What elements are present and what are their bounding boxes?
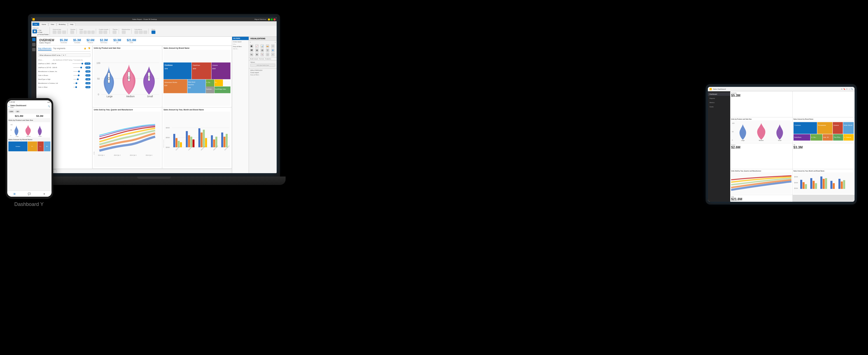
phone-app-title: Sales Dashboard [10,105,26,107]
svg-rect-74 [198,128,200,147]
viz-icon-r[interactable]: R [271,49,275,52]
phone-violin-svg: 0 50 100 Large Medium Small [9,123,50,137]
new-page-button[interactable] [80,31,83,34]
minimize-button[interactable] [268,19,270,21]
viz-icon-line[interactable]: 📈 [255,44,259,48]
ribbon-tab-view[interactable]: View [49,23,56,26]
filters-content: Cross-report Off ● Keep all filters Add … [232,40,249,51]
buttons-button[interactable] [87,31,91,34]
from-marketplace-button[interactable] [99,31,103,34]
ask-question-button[interactable] [84,31,87,34]
phone-back-icon[interactable]: ‹ [8,105,9,108]
viz-icon-slicer[interactable]: ⧉ [255,53,259,56]
switch-theme-button[interactable] [113,31,117,34]
format-painter-button[interactable]: 🖌 Format Painter [37,34,49,35]
svg-point-11 [75,82,77,84]
ki-thumb-up[interactable]: 👍 [84,47,86,51]
metric-canada: $5.3M Canada [73,39,81,43]
enter-data-button[interactable] [62,31,66,34]
svg-text:Adventure Works: Adventure Works [164,82,177,83]
ki-filter-row[interactable]: What influences NSAT to be 7 ▾ ? [38,53,90,57]
viz-icon-kpi[interactable]: ↑ [271,53,275,56]
publish-button[interactable] [152,31,155,34]
recent-sources-button[interactable] [57,31,61,34]
viz-icon-bar[interactable]: ▦ [250,44,253,48]
copy-button[interactable]: ⧉ Copy [37,31,49,33]
cut-button[interactable]: ✂ Cut [37,29,49,31]
tablet-nav-metrics[interactable]: Metrics [708,101,730,104]
tablet-nav-dashboard[interactable]: Dashboard [708,92,730,96]
ki-thumb-down[interactable]: 👎 [88,47,90,51]
svg-point-27 [148,76,150,78]
viz-icon-map[interactable]: 🗺 [250,49,253,52]
viz-panel-expand[interactable]: › [250,41,251,43]
viz-tab-build[interactable]: Build visual [250,58,258,60]
sidebar-report-icon[interactable] [32,38,36,41]
phone-violin-area: 0 50 100 Large Medium Small [8,122,51,138]
viz-panel-header: VISUALIZATIONS [249,37,277,41]
viz-icon-funnel[interactable]: ▽ [266,49,269,52]
viz-icon-pie[interactable]: 🥧 [266,44,269,48]
new-measure-button[interactable] [134,31,138,34]
maximize-button[interactable] [271,19,273,21]
quick-measure-button[interactable] [143,31,147,34]
ribbon-tab-file[interactable]: File [32,23,39,26]
phone-nav-home-icon[interactable]: ⊞ [13,193,16,195]
viz-panel-collapse[interactable]: ‹ [275,41,276,43]
phone-nav-star-icon[interactable]: ★ [43,193,45,195]
ki-badge-4: 2.57x [85,74,90,77]
metric-canada-label: Canada [73,42,81,43]
ki-label-2: UnitPrice is 197.45 - 199.45 [38,67,67,68]
tablet-search-icon[interactable]: 🔍 [851,88,853,90]
add-data-here[interactable]: Add data fields here [250,64,275,67]
sidebar-model-icon[interactable] [32,48,36,51]
svg-rect-133 [838,179,840,189]
phone-nav-chat-icon[interactable]: 💬 [28,193,31,195]
filter-keep-all: Keep all filters [233,46,248,47]
region-uk-chip[interactable]: UK [15,110,20,113]
tablet-bookmark-icon[interactable]: 🔖 [843,88,845,90]
tablet-nav-goals[interactable]: Goals [708,105,730,109]
sidebar-data-icon[interactable] [32,43,36,46]
viz-tab-format[interactable]: Format [259,58,264,60]
viz-icon-scatter[interactable]: ⁙ [271,44,275,48]
tab-top-segments[interactable]: Top segments [53,47,65,51]
manage-relationships-button[interactable] [122,31,126,34]
get-data-button[interactable] [53,31,57,34]
ribbon-tab-home[interactable]: Home [40,23,48,26]
viz-icon-card[interactable]: 🃏 [260,53,264,56]
viz-icon-table[interactable]: ⊞ [255,49,259,52]
close-button[interactable] [274,19,276,21]
shapes-button[interactable] [91,31,95,34]
tablet-nav-reports[interactable]: Reports [708,97,730,100]
phone-search-icon[interactable]: 🔍 [48,105,51,108]
svg-text:Importers: Importers [188,84,194,85]
tablet-menu-icon[interactable]: ⋮ [848,88,850,90]
tablet-share-icon[interactable]: ⇪ [846,88,847,90]
tab-key-influencers[interactable]: Key influencers [38,47,52,51]
region-usa-chip[interactable]: USA [8,110,14,113]
svg-rect-134 [841,181,842,188]
viz-tab-analytics[interactable]: Analytics [265,58,271,60]
viz-icon-area[interactable]: 📊 [260,44,264,48]
svg-rect-72 [190,137,192,147]
svg-point-21 [108,78,110,80]
refresh-button[interactable] [70,31,74,34]
paste-button[interactable]: 📋 [32,29,37,33]
ribbon-tab-modeling[interactable]: Modeling [57,23,67,26]
laptop-screen: Sales Report - Power BI Desktop Miguel M… [31,18,277,173]
viz-icon-matrix[interactable]: ⊟ [260,49,264,52]
svg-text:Small: Small [38,136,41,137]
ki-badge-1: 10.20x [85,62,90,65]
ribbon-tab-help[interactable]: Help [68,23,75,26]
viz-icon-gauge[interactable]: ◌ [266,53,269,56]
from-file-button[interactable] [103,31,107,34]
new-column-button[interactable] [139,31,143,34]
ki-column-headers: When... ...the likelihood of NSAT being … [38,59,90,61]
svg-text:FabriKam: FabriKam [193,64,200,66]
relationships-group: Relationships [121,29,132,34]
ki-label-4: Color is Brown [38,75,67,76]
tablet-edit-icon[interactable]: ✏ [841,88,842,90]
viz-icon-py[interactable]: Py [250,53,253,56]
svg-rect-122 [800,180,802,188]
